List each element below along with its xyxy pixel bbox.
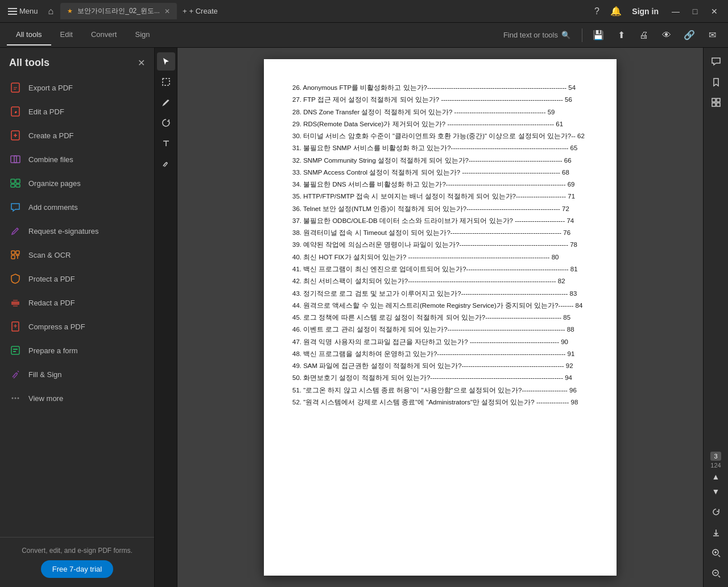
pdf-area[interactable]: 26. Anonymous FTP를 비활성화하고 있는가?----------…: [177, 48, 703, 587]
svg-rect-7: [11, 184, 15, 187]
sidebar-item-export-pdf[interactable]: Export a PDF: [0, 76, 154, 100]
pdf-line: 41. 백신 프로그램이 최신 엔진으로 업데이트되어 있는가?--------…: [292, 263, 588, 275]
free-trial-button[interactable]: Free 7-day trial: [41, 560, 113, 578]
view-button[interactable]: 👁: [657, 26, 676, 44]
pdf-line: 29. RDS(Remote Data Service)가 제거되어 있는가? …: [292, 118, 588, 130]
tab-convert[interactable]: Convert: [82, 24, 126, 46]
bookmark-panel-button[interactable]: [707, 73, 725, 91]
svg-rect-10: [16, 251, 19, 254]
menu-label: Menu: [19, 7, 38, 15]
close-window-button[interactable]: ✕: [705, 2, 723, 20]
zoom-out-button[interactable]: [707, 564, 725, 582]
email-button[interactable]: ✉: [703, 26, 721, 44]
add-comments-label: Add comments: [28, 203, 78, 212]
sidebar-item-combine-files[interactable]: Combine files: [0, 147, 154, 171]
pdf-line: 51. "로그온 하지 않고 시스템 종료 허용"이 "사용안함"으로 설정되어…: [292, 385, 588, 396]
pdf-line: 27. FTP 접근 제어 설정이 적절하게 되어 있는가? ---------…: [292, 94, 588, 106]
sidebar-item-prepare-form[interactable]: Prepare a form: [0, 338, 154, 362]
pdf-line: 30. 터미널 서비스 암호화 수준이 "클라이언트와 호환 가능(중간)" 이…: [292, 130, 588, 142]
view-more-icon: [9, 392, 22, 404]
sidebar-item-protect-pdf[interactable]: Protect a PDF: [0, 267, 154, 291]
new-tab-button[interactable]: + + Create: [178, 5, 222, 18]
comment-panel-button[interactable]: [707, 52, 725, 71]
pdf-line: 26. Anonymous FTP를 비활성화하고 있는가?----------…: [292, 82, 588, 94]
help-icon[interactable]: ?: [589, 3, 605, 19]
save-button[interactable]: 💾: [589, 26, 607, 44]
active-tab[interactable]: ★ 보안가이드라인_02_윈도... ✕: [60, 3, 177, 19]
search-box[interactable]: Find text or tools 🔍: [499, 28, 575, 42]
pdf-line: 49. SAM 파일에 접근권한 설정이 적절하게 되어 있는가?-------…: [292, 360, 588, 372]
protect-pdf-label: Protect a PDF: [28, 275, 75, 283]
grid-panel-button[interactable]: [707, 93, 725, 111]
view-more-label: View more: [28, 394, 63, 403]
search-text: Find text or tools: [503, 31, 558, 39]
menu-icon: [8, 8, 17, 15]
svg-rect-21: [712, 98, 715, 102]
create-pdf-label: Create a PDF: [28, 131, 73, 140]
page-number-display: 3 124 ▲ ▼: [709, 452, 723, 498]
divider: [582, 28, 582, 42]
svg-rect-23: [712, 103, 715, 106]
tab-close-icon[interactable]: ✕: [164, 7, 170, 15]
organize-pages-icon: [9, 177, 22, 189]
sign-tool[interactable]: [157, 155, 175, 173]
tab-all-tools[interactable]: All tools: [7, 24, 51, 46]
download-button[interactable]: [707, 523, 725, 541]
sidebar-item-fill-sign[interactable]: Fill & Sign: [0, 362, 154, 386]
zoom-in-button[interactable]: [707, 544, 725, 562]
page-up-button[interactable]: ▲: [709, 470, 723, 483]
organize-pages-label: Organize pages: [28, 179, 81, 188]
export-pdf-label: Export a PDF: [28, 84, 73, 92]
select-tool[interactable]: [157, 73, 175, 91]
rotate-tool[interactable]: [157, 114, 175, 132]
maximize-button[interactable]: □: [686, 2, 704, 20]
pencil-tool[interactable]: [157, 93, 175, 111]
redact-pdf-label: Redact a PDF: [28, 299, 75, 307]
sidebar-item-request-esignatures[interactable]: Request e-signatures: [0, 219, 154, 243]
minimize-button[interactable]: —: [667, 2, 685, 20]
page-down-button[interactable]: ▼: [709, 485, 723, 498]
tab-sign[interactable]: Sign: [126, 24, 159, 46]
pdf-line: 35. HTTP/FTP/SMTP 접속 시 보여지는 배너 설정이 적절하게 …: [292, 191, 588, 202]
print-button[interactable]: 🖨: [635, 26, 653, 44]
svg-rect-24: [717, 103, 720, 106]
sign-in-button[interactable]: Sign in: [627, 5, 663, 18]
sidebar-item-scan-ocr[interactable]: Scan & OCR: [0, 243, 154, 267]
home-button[interactable]: ⌂: [45, 4, 57, 19]
pdf-line: 39. 예약된 작업에 의심스러운 명령이나 파일이 있는가?---------…: [292, 239, 588, 251]
sidebar-item-view-more[interactable]: View more: [0, 386, 154, 410]
top-bar: Menu ⌂ ★ 보안가이드라인_02_윈도... ✕ + + Create ?…: [0, 0, 728, 23]
pdf-page: 26. Anonymous FTP를 비활성화하고 있는가?----------…: [264, 59, 617, 576]
sidebar-close-button[interactable]: ✕: [138, 57, 145, 68]
pdf-line: 34. 불필요한 DNS 서비스를 비활성화 하고 있는가?----------…: [292, 179, 588, 191]
sidebar-item-organize-pages[interactable]: Organize pages: [0, 171, 154, 195]
upload-button[interactable]: ⬆: [612, 26, 630, 44]
pdf-line: 48. 백신 프로그램을 설치하여 운영하고 있는가?-------------…: [292, 348, 588, 360]
refresh-button[interactable]: [707, 503, 725, 521]
edit-pdf-icon: [9, 105, 22, 118]
protect-pdf-icon: [9, 272, 22, 285]
sidebar-item-add-comments[interactable]: Add comments: [0, 195, 154, 219]
svg-rect-3: [11, 156, 16, 163]
compress-pdf-label: Compress a PDF: [28, 323, 85, 331]
prepare-form-label: Prepare a form: [28, 346, 78, 355]
bell-icon[interactable]: 🔔: [608, 3, 624, 19]
add-comments-icon: [9, 201, 22, 213]
prepare-form-icon: [9, 344, 22, 357]
pdf-line: 37. 불필요한 ODBC/OLE-DB 데이터 소스와 드라이브가 제거되어 …: [292, 215, 588, 227]
text-tool[interactable]: [157, 134, 175, 152]
sidebar-item-compress-pdf[interactable]: Compress a PDF: [0, 315, 154, 338]
sidebar-item-edit-pdf[interactable]: Edit a PDF: [0, 100, 154, 123]
tab-edit[interactable]: Edit: [51, 24, 82, 46]
link-button[interactable]: 🔗: [680, 26, 698, 44]
cursor-tool[interactable]: [157, 52, 175, 71]
pdf-line: 32. SNMP Community String 설정이 적절하게 되어 있는…: [292, 155, 588, 167]
sidebar-item-create-pdf[interactable]: Create a PDF: [0, 123, 154, 147]
svg-rect-5: [11, 179, 15, 183]
tools-panel: [155, 48, 177, 587]
pdf-line: 40. 최신 HOT FIX가 설치되어 있는가? --------------…: [292, 251, 588, 263]
fill-sign-label: Fill & Sign: [28, 370, 62, 379]
sidebar-item-redact-pdf[interactable]: Redact a PDF: [0, 291, 154, 315]
compress-pdf-icon: [9, 320, 22, 333]
menu-button[interactable]: Menu: [5, 5, 42, 18]
